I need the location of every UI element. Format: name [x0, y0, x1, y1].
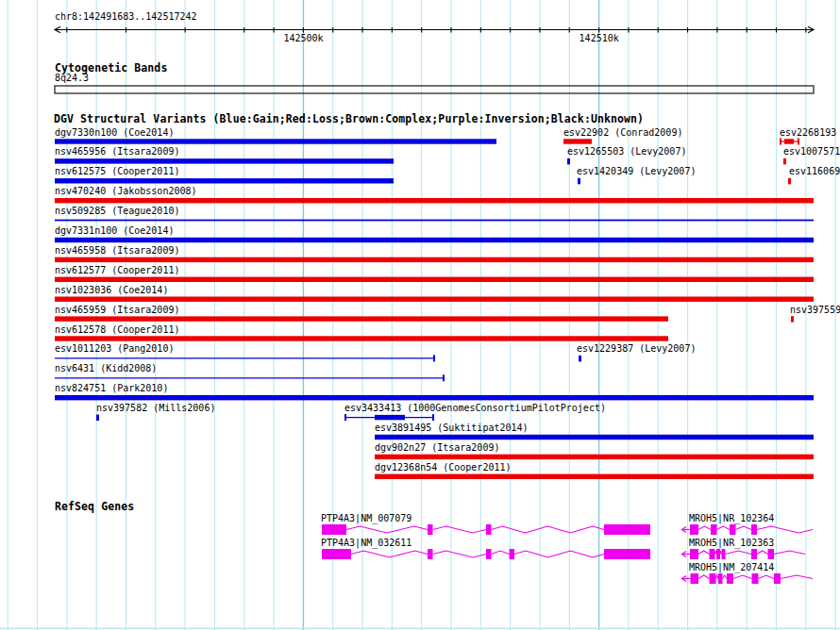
- variant-label[interactable]: dgv7330n100 (Coe2014): [55, 128, 174, 138]
- variant-feature[interactable]: [55, 139, 496, 143]
- intron-line: [698, 575, 710, 579]
- variant-label[interactable]: nsv465956 (Itsara2009): [55, 147, 179, 157]
- variant-label[interactable]: nsv6431 (Kidd2008): [55, 364, 157, 373]
- gene-label[interactable]: MROH5|NR_102364: [689, 514, 774, 523]
- variant-label[interactable]: nsv1023036 (Coe2014): [55, 286, 168, 295]
- variant-feature[interactable]: [55, 158, 394, 163]
- exon-box: [510, 549, 515, 559]
- variant-feature[interactable]: [55, 297, 814, 302]
- tracks-canvas: [0, 0, 840, 630]
- intron-line: [698, 526, 711, 530]
- intron-line: [433, 526, 487, 533]
- variant-feature[interactable]: [375, 435, 814, 439]
- variant-feature[interactable]: [780, 139, 799, 145]
- variant-label[interactable]: esv1011203 (Pang2010): [55, 344, 174, 354]
- intron-line: [698, 551, 710, 555]
- exon-box: [690, 524, 698, 535]
- variant-feature[interactable]: [96, 415, 99, 422]
- exon-box: [322, 549, 351, 559]
- gene-label[interactable]: PTP4A3|NM_032611: [321, 539, 412, 548]
- exon-box: [716, 549, 720, 559]
- gene-label[interactable]: PTP4A3|NM_007079: [321, 514, 412, 523]
- variant-label[interactable]: nsv612575 (Cooper2011): [55, 167, 179, 176]
- intron-line: [492, 551, 510, 555]
- gene-label[interactable]: MROH5|NR_102363: [689, 539, 774, 548]
- variant-feature[interactable]: [55, 238, 814, 242]
- variant-label[interactable]: nsv612577 (Cooper2011): [55, 266, 179, 275]
- exon-box: [768, 549, 775, 559]
- variant-feature[interactable]: [563, 139, 592, 143]
- gene-structure[interactable]: [682, 549, 806, 559]
- exon-box: [711, 524, 717, 535]
- variant-feature[interactable]: [579, 356, 581, 362]
- exon-box: [428, 524, 433, 535]
- intron-line: [774, 551, 805, 555]
- genome-browser-view: { "ruler": { "region_label": "chr8:14249…: [0, 0, 840, 630]
- variant-label[interactable]: esv1160693: [789, 167, 840, 176]
- variant-label[interactable]: dgv902n27 (Itsara2009): [375, 443, 499, 453]
- variant-label[interactable]: dgv7331n100 (Coe2014): [55, 226, 174, 236]
- dgv-structural-variants-section-title: DGV Structural Variants (Blue:Gain;Red:L…: [54, 113, 644, 124]
- variant-label[interactable]: nsv824751 (Park2010): [55, 384, 168, 393]
- variant-label[interactable]: nsv465958 (Itsara2009): [55, 246, 179, 256]
- variant-label[interactable]: esv3891495 (Suktitipat2014): [375, 423, 529, 433]
- variant-label[interactable]: nsv509285 (Teague2010): [55, 207, 179, 216]
- variant-label[interactable]: esv3433413 (1000GenomesConsortiumPilotPr…: [344, 404, 606, 413]
- variant-label[interactable]: esv1229387 (Levy2007): [577, 344, 696, 354]
- intron-line: [720, 551, 722, 555]
- exon-box: [604, 549, 650, 559]
- intron-line: [726, 551, 752, 555]
- exon-box: [774, 573, 781, 584]
- cytoband-box: [55, 86, 814, 93]
- variant-label[interactable]: esv1265503 (Levy2007): [567, 147, 686, 157]
- variant-label[interactable]: esv2268193: [780, 128, 836, 138]
- variant-feature[interactable]: [375, 455, 814, 459]
- exon-box: [751, 524, 757, 535]
- gene-structure[interactable]: [322, 549, 650, 559]
- variant-feature[interactable]: [55, 316, 668, 321]
- variant-feature[interactable]: [55, 178, 394, 183]
- variant-feature[interactable]: [55, 336, 668, 340]
- variant-feature[interactable]: [55, 257, 814, 262]
- variant-feature[interactable]: [55, 355, 435, 361]
- variant-feature[interactable]: [55, 198, 814, 203]
- variant-feature[interactable]: [55, 374, 445, 381]
- variant-label[interactable]: dgv12368n54 (Cooper2011): [375, 463, 512, 472]
- region-coordinates-label: chr8:142491683..142517242: [55, 12, 197, 22]
- intron-line: [723, 575, 728, 579]
- exon-box: [710, 573, 716, 584]
- variant-label[interactable]: nsv612578 (Cooper2011): [55, 325, 179, 335]
- variant-label[interactable]: nsv397582 (Mills2006): [96, 404, 215, 413]
- exon-box: [428, 549, 433, 559]
- variant-label[interactable]: nsv470240 (Jakobsson2008): [55, 187, 197, 196]
- variant-feature[interactable]: [344, 414, 434, 421]
- variant-feature[interactable]: [783, 158, 786, 165]
- axis-tick-label: 142510k: [580, 34, 619, 43]
- exon-box: [718, 573, 723, 584]
- variant-feature[interactable]: [788, 178, 791, 185]
- variant-label[interactable]: nsv465959 (Itsara2009): [55, 306, 179, 315]
- variant-feature[interactable]: [578, 178, 580, 185]
- variant-feature[interactable]: [375, 474, 814, 479]
- variant-feature[interactable]: [55, 395, 814, 400]
- variant-feature[interactable]: [567, 158, 570, 165]
- exon-box: [486, 549, 492, 559]
- axis-tick-label: 142500k: [283, 34, 323, 43]
- variant-feature[interactable]: [55, 220, 814, 222]
- variant-label[interactable]: esv22902 (Conrad2009): [563, 128, 682, 138]
- exon-box: [690, 549, 698, 559]
- variant-feature[interactable]: [791, 316, 794, 323]
- variant-label[interactable]: esv1007571: [783, 147, 840, 157]
- variant-label[interactable]: nsv397559: [790, 306, 840, 315]
- gene-structure[interactable]: [322, 524, 650, 535]
- intron-line: [433, 551, 487, 557]
- exon-box: [691, 573, 699, 584]
- exon-box: [604, 524, 650, 535]
- variant-label[interactable]: esv1420349 (Levy2007): [577, 167, 696, 176]
- intron-line: [346, 526, 428, 533]
- cytoband-name-label: 8q24.3: [55, 74, 89, 83]
- exon-box: [730, 524, 736, 535]
- gene-label[interactable]: MROH5|NM_207414: [689, 563, 774, 572]
- intron-line: [781, 575, 813, 579]
- variant-feature[interactable]: [55, 277, 814, 282]
